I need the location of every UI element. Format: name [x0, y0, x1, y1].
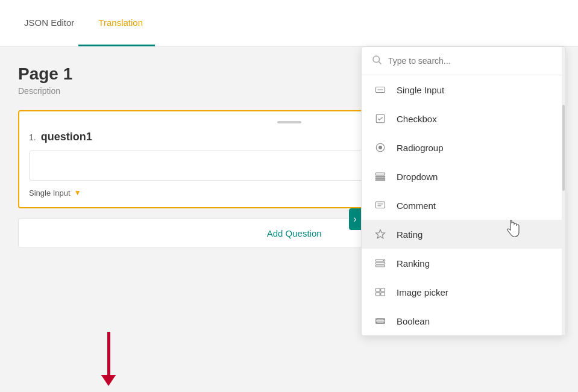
arrow-left-indicator: [101, 332, 116, 386]
ranking-icon: [374, 257, 387, 270]
menu-item-dropdown[interactable]: Dropdown: [362, 162, 565, 191]
drag-handle[interactable]: [277, 121, 301, 123]
svg-rect-23: [376, 319, 385, 323]
menu-item-image-picker[interactable]: Image picker: [362, 278, 565, 306]
svg-rect-20: [381, 288, 385, 291]
svg-rect-7: [376, 173, 385, 175]
menu-item-label-rating: Rating: [397, 229, 423, 240]
menu-item-label-comment: Comment: [397, 201, 436, 211]
image-picker-icon: [374, 285, 387, 299]
menu-item-rating[interactable]: Rating: [362, 220, 565, 249]
single-input-icon: [374, 83, 387, 96]
svg-rect-11: [376, 202, 385, 208]
dropdown-icon: [374, 170, 387, 183]
search-icon: [371, 54, 382, 67]
rating-icon: [374, 228, 387, 241]
svg-rect-9: [376, 178, 385, 179]
svg-rect-10: [376, 179, 385, 181]
menu-item-checkbox[interactable]: Checkbox: [362, 104, 565, 133]
menu-item-label-boolean: Boolean: [397, 316, 430, 326]
menu-item-label-image-picker: Image picker: [397, 287, 448, 297]
svg-rect-4: [376, 114, 385, 123]
svg-line-1: [379, 61, 381, 64]
svg-point-0: [373, 56, 380, 63]
question-number: 1.: [29, 132, 36, 142]
svg-rect-22: [381, 293, 385, 296]
svg-rect-17: [376, 265, 385, 267]
header: JSON Editor Translation: [0, 0, 578, 46]
tab-json-editor[interactable]: JSON Editor: [12, 0, 86, 46]
menu-item-label-ranking: Ranking: [397, 258, 430, 269]
menu-item-boolean[interactable]: Boolean: [362, 306, 565, 335]
menu-items-list: Single InputCheckboxRadiogroupDropdownCo…: [362, 75, 565, 335]
main-content: Page 1 Description 1. question1 Single I…: [0, 46, 578, 392]
svg-marker-14: [376, 230, 385, 238]
menu-item-label-dropdown: Dropdown: [397, 172, 438, 182]
menu-item-ranking[interactable]: Ranking: [362, 249, 565, 278]
question-title: question1: [41, 131, 92, 143]
menu-item-label-single-input: Single Input: [397, 85, 444, 95]
scrollbar-thumb[interactable]: [562, 105, 565, 191]
svg-rect-8: [376, 176, 385, 177]
tab-translation[interactable]: Translation: [86, 0, 155, 46]
menu-item-single-input[interactable]: Single Input: [362, 75, 565, 104]
scrollbar[interactable]: [562, 47, 565, 335]
radiogroup-icon: [374, 141, 387, 154]
panel-toggle-button[interactable]: [349, 208, 361, 230]
menu-item-comment[interactable]: Comment: [362, 191, 565, 220]
svg-rect-19: [376, 288, 380, 291]
menu-item-label-checkbox: Checkbox: [397, 114, 437, 124]
svg-rect-16: [376, 263, 385, 264]
search-row: [362, 47, 565, 75]
type-dropdown-menu: Single InputCheckboxRadiogroupDropdownCo…: [361, 46, 566, 336]
svg-rect-21: [376, 293, 380, 296]
checkbox-icon: [374, 112, 387, 125]
menu-item-radiogroup[interactable]: Radiogroup: [362, 133, 565, 162]
search-input[interactable]: [388, 56, 556, 66]
boolean-icon: [374, 314, 387, 328]
question-type-label: Single Input: [29, 188, 71, 198]
comment-icon: [374, 199, 387, 212]
svg-point-6: [379, 146, 382, 149]
menu-item-label-radiogroup: Radiogroup: [397, 143, 444, 153]
question-type-button[interactable]: Single Input ▼: [29, 188, 81, 198]
dropdown-arrow-icon: ▼: [74, 188, 81, 197]
